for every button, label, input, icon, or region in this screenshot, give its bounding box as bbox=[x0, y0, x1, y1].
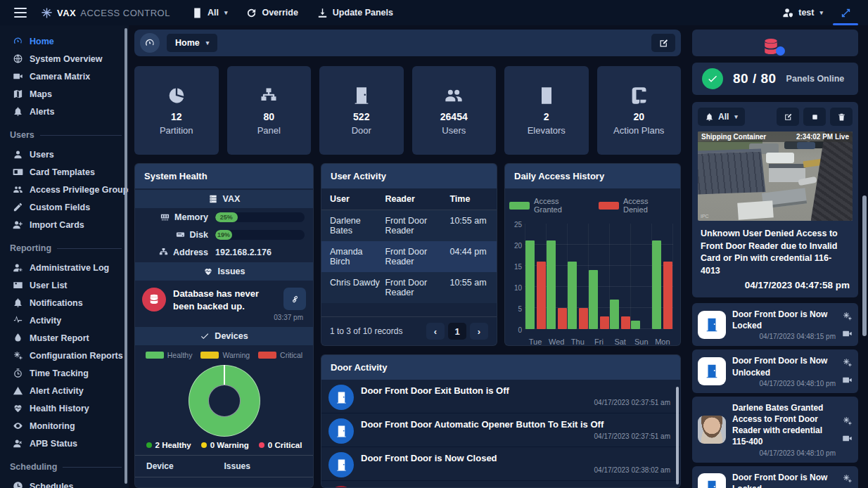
user-activity-row[interactable]: Amanda Birch Front Door Reader 04:44 pm bbox=[321, 241, 497, 272]
sidebar-item-monitoring[interactable]: Monitoring bbox=[0, 417, 129, 435]
device-count: 0 Warning bbox=[201, 441, 249, 449]
stop-button[interactable] bbox=[803, 108, 826, 126]
camera-event-note: Unknown User Denied Access to Front Door… bbox=[698, 221, 853, 292]
stat-tile-action-plans[interactable]: 20 Action Plans bbox=[597, 66, 682, 155]
user-activity-row[interactable]: Chris Dawdy Front Door Reader 10:55 am bbox=[321, 272, 497, 303]
sidebar-item-maps[interactable]: Maps bbox=[0, 85, 129, 103]
person-x-icon bbox=[328, 486, 354, 487]
camera-icon bbox=[842, 433, 853, 444]
top-navbar: VAX ACCESS CONTROL All▾ Override Update … bbox=[0, 0, 868, 25]
access-history-chart: Access Granted Access Denied 0510152025 … bbox=[505, 188, 680, 346]
sidebar-item-custom-fields[interactable]: Custom Fields bbox=[0, 198, 129, 216]
door-icon bbox=[704, 480, 720, 488]
bar-granted bbox=[610, 300, 619, 329]
devices-chart-legend: Healthy Warning Critical bbox=[135, 345, 313, 361]
building-icon bbox=[537, 86, 556, 105]
user-activity-panel: User Activity UserReaderTime Darlene Bat… bbox=[321, 163, 497, 346]
database-status-card[interactable] bbox=[692, 30, 858, 56]
sidebar-item-import-cards[interactable]: Import Cards bbox=[0, 216, 129, 233]
menu-toggle-button[interactable] bbox=[7, 0, 34, 25]
door-event-row[interactable]: Unknown User Denied Access to Front Door… bbox=[321, 481, 680, 487]
issue-item[interactable]: Database has never been backed up. bbox=[135, 281, 313, 314]
bar-denied bbox=[621, 316, 630, 329]
sidebar-item-configuration-reports[interactable]: Configuration Reports bbox=[0, 347, 129, 364]
bar-granted bbox=[652, 240, 661, 329]
door-activity-scrollbar[interactable] bbox=[676, 387, 679, 484]
override-button[interactable]: Override bbox=[238, 0, 305, 25]
sidebar-item-access-privilege-groups[interactable]: Access Privilege Groups bbox=[0, 181, 129, 198]
next-page-button[interactable]: › bbox=[470, 323, 488, 340]
sidebar-item-activity[interactable]: Activity bbox=[0, 312, 129, 329]
camera-icon bbox=[842, 375, 853, 385]
sidebar-item-card-templates[interactable]: Card Templates bbox=[0, 163, 129, 181]
device-count: 2 Healthy bbox=[146, 441, 191, 449]
alert-filter-dropdown[interactable]: All▾ bbox=[698, 108, 745, 126]
sidebar-item-alerts[interactable]: Alerts bbox=[0, 103, 129, 120]
prev-page-button[interactable]: ‹ bbox=[426, 323, 445, 340]
camera-overlay-bar: Shipping Container 2:34:02 PM Live bbox=[698, 131, 853, 142]
droplet-icon bbox=[13, 333, 23, 343]
stat-tile-users[interactable]: 26454 Users bbox=[412, 66, 497, 155]
sidebar-item-apb-status[interactable]: APB Status bbox=[0, 435, 129, 452]
popout-button[interactable] bbox=[777, 108, 799, 126]
contact-card-icon bbox=[13, 280, 23, 290]
door-icon bbox=[335, 391, 348, 404]
sidebar-item-camera-matrix[interactable]: Camera Matrix bbox=[0, 68, 129, 85]
server-band: VAX bbox=[135, 190, 313, 208]
chart-category-group bbox=[652, 224, 673, 329]
partition-filter-dropdown[interactable]: All▾ bbox=[184, 0, 235, 25]
cogs-icon bbox=[842, 357, 853, 368]
sidebar-item-user-list[interactable]: User List bbox=[0, 276, 129, 294]
stat-tile-panel[interactable]: 80 Panel bbox=[227, 66, 312, 155]
sidebar-scrollbar[interactable] bbox=[125, 28, 127, 484]
download-icon bbox=[317, 7, 328, 19]
sidebar-item-schedules[interactable]: Schedules bbox=[0, 477, 129, 488]
person-x-icon bbox=[13, 438, 23, 449]
camera-feed[interactable]: Shipping Container 2:34:02 PM Live bbox=[698, 131, 853, 221]
issues-band: Issues bbox=[135, 262, 313, 281]
sidebar-item-system-overview[interactable]: System Overview bbox=[0, 50, 129, 68]
sidebar-item-home[interactable]: Home bbox=[0, 32, 129, 50]
door-event-row[interactable]: Door Front Door Automatic Opener Button … bbox=[321, 413, 680, 447]
door-icon bbox=[698, 473, 726, 488]
issue-text: Database has never been backed up. bbox=[173, 288, 276, 312]
camera-event-text: Unknown User Denied Access to Front Door… bbox=[701, 228, 850, 277]
door-event-row[interactable]: Door Front Door is Now Closed 04/17/2023… bbox=[321, 447, 680, 481]
brand: VAX ACCESS CONTROL bbox=[38, 7, 180, 19]
sidebar-item-users[interactable]: Users bbox=[0, 146, 129, 163]
sidebar-item-notifications[interactable]: Notifications bbox=[0, 294, 129, 312]
stat-tile-elevators[interactable]: 2 Elevators bbox=[504, 66, 589, 155]
alert-actions bbox=[842, 357, 853, 385]
fullscreen-toggle[interactable] bbox=[830, 0, 861, 25]
stat-tile-door[interactable]: 522 Door bbox=[319, 66, 404, 155]
edit-dashboard-button[interactable] bbox=[651, 34, 675, 52]
sidebar-item-muster-report[interactable]: Muster Report bbox=[0, 329, 129, 347]
alert-item[interactable]: Door Front Door is Now Locked 04/17/2023… bbox=[692, 303, 858, 346]
update-panels-button[interactable]: Update Panels bbox=[309, 0, 400, 25]
alert-item[interactable]: Door Front Door Is Now Unlocked 04/17/20… bbox=[692, 349, 858, 392]
gauge-icon bbox=[144, 37, 155, 49]
alert-item[interactable]: Darlene Bates Granted Access to Front Do… bbox=[692, 397, 858, 463]
door-icon bbox=[698, 357, 726, 385]
breadcrumb-home-dropdown[interactable]: Home▾ bbox=[167, 34, 217, 52]
sidebar-item-health-history[interactable]: Health History bbox=[0, 399, 129, 417]
sidebar-item-administrative-log[interactable]: Administrative Log bbox=[0, 259, 129, 276]
current-page-button[interactable]: 1 bbox=[448, 323, 466, 340]
stat-tile-partition[interactable]: 12 Partition bbox=[134, 66, 219, 155]
issue-link-button[interactable] bbox=[283, 288, 306, 310]
user-activity-row[interactable]: Darlene Bates Front Door Reader 10:55 am bbox=[321, 210, 497, 241]
user-menu[interactable]: test▾ bbox=[775, 0, 830, 25]
devices-counts: 2 Healthy 0 Warning 0 Critical bbox=[135, 439, 313, 455]
stat-tiles: 12 Partition 80 Panel 522 Door 26454 Use… bbox=[134, 66, 681, 155]
clear-button[interactable] bbox=[830, 108, 853, 126]
chart-y-axis: 0510152025 bbox=[509, 219, 525, 333]
sidebar-item-alert-activity[interactable]: Alert Activity bbox=[0, 382, 129, 399]
door-event-row[interactable]: Door Front Door Exit Button is Off 04/17… bbox=[321, 380, 680, 413]
devices-donut-chart bbox=[135, 361, 313, 439]
sidebar-item-time-tracking[interactable]: Time Tracking bbox=[0, 364, 129, 382]
user-activity-title: User Activity bbox=[321, 164, 497, 188]
stopwatch-icon bbox=[13, 368, 23, 378]
alert-item[interactable]: Door Front Door is Now Locked 04/17/2023… bbox=[692, 466, 858, 488]
right-sidebar-scrollbar[interactable] bbox=[862, 195, 867, 336]
vax-dashboard: VAX ACCESS CONTROL All▾ Override Update … bbox=[0, 0, 868, 488]
